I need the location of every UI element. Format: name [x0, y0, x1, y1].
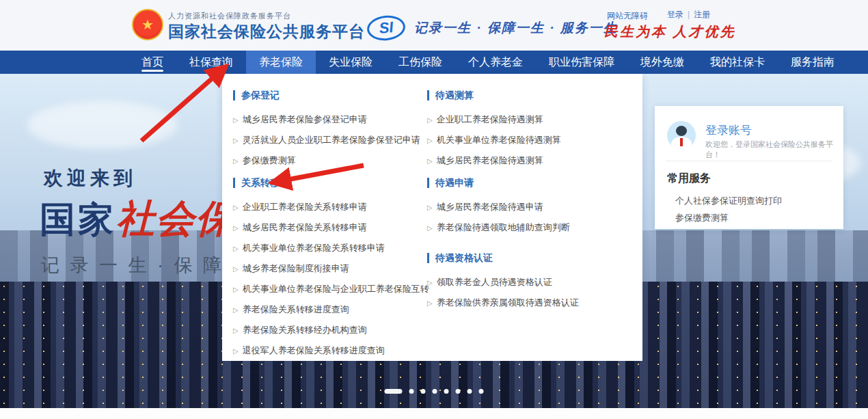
link-label: 退役军人养老保险关系转移进度查询 [243, 344, 385, 357]
user-avatar-icon [667, 121, 696, 150]
triangle-bullet-icon: ▷ [427, 204, 433, 211]
triangle-bullet-icon: ▷ [233, 265, 239, 273]
dropdown-link[interactable]: ▷参保缴费测算 [233, 150, 426, 171]
dropdown-link[interactable]: ▷城乡居民养老保险待遇申请 [427, 197, 632, 217]
dropdown-link[interactable]: ▷企业职工养老保险关系转移申请 [233, 197, 426, 217]
section-title: 待遇申请 [427, 178, 632, 188]
link-label: 养老保险待遇领取地辅助查询判断 [437, 221, 570, 234]
dropdown-link[interactable]: ▷城乡养老保险制度衔接申请 [233, 258, 426, 279]
page: ★ 人力资源和社会保障政务服务平台 国家社会保险公共服务平台 SI 记录一生 ·… [0, 0, 868, 419]
triangle-bullet-icon: ▷ [427, 224, 433, 232]
dropdown-link[interactable]: ▷城乡居民养老保险参保登记申请 [233, 109, 426, 130]
dropdown-link[interactable]: ▷城乡居民养老保险待遇测算 [427, 150, 632, 171]
triangle-bullet-icon: ▷ [427, 157, 433, 165]
dropdown-link[interactable]: ▷养老保险供养亲属领取待遇资格认证 [427, 293, 632, 313]
nav-item-fuwu-zhinan[interactable]: 服务指南 [778, 51, 847, 74]
triangle-bullet-icon: ▷ [233, 137, 239, 144]
dropdown-link[interactable]: ▷机关事业单位养老保险与企业职工养老保险互转 [233, 279, 426, 299]
nav-item-gongshang-baoxian[interactable]: 工伤保险 [385, 51, 455, 74]
carousel-indicators [385, 389, 484, 394]
carousel-dot[interactable] [479, 389, 484, 394]
section-title: 待遇测算 [427, 90, 632, 100]
link-label: 灵活就业人员企业职工养老保险参保登记申请 [243, 134, 420, 146]
carousel-dot[interactable] [421, 389, 426, 394]
si-logo-text: SI [378, 18, 394, 38]
carousel-dot[interactable] [433, 389, 437, 394]
dropdown-link[interactable]: ▷养老保险关系转移经办机构查询 [233, 320, 426, 340]
accessibility-link[interactable]: 网站无障碍 [607, 10, 648, 22]
login-account-link[interactable]: 登录账号 [705, 122, 752, 138]
dropdown-link[interactable]: ▷城乡居民养老保险关系转移申请 [233, 217, 426, 238]
nav-item-zhiye-shanghai[interactable]: 职业伤害保障 [536, 51, 627, 74]
si-logo-icon: SI [366, 14, 406, 42]
dropdown-column-right: 待遇测算 ▷企业职工养老保险待遇测算 ▷机关事业单位养老保险待遇测算 ▷城乡居民… [427, 74, 632, 361]
carousel-dot[interactable] [456, 389, 461, 394]
service-link-jiaofei-cesuan[interactable]: 参保缴费测算 [675, 212, 729, 224]
dropdown-column-left: 参保登记 ▷城乡居民养老保险参保登记申请 ▷灵活就业人员企业职工养老保险参保登记… [233, 74, 426, 361]
main-nav: 首页 社保查询 养老保险 失业保险 工伤保险 个人养老金 职业伤害保障 境外免缴… [0, 51, 868, 74]
slogan: 记录一生 · 保障一生 · 服务一生 [414, 19, 618, 37]
triangle-bullet-icon: ▷ [233, 286, 239, 293]
link-label: 企业职工养老保险待遇测算 [437, 113, 543, 126]
link-label: 城乡居民养老保险关系转移申请 [243, 221, 367, 234]
dropdown-link[interactable]: ▷养老保险待遇领取地辅助查询判断 [427, 217, 632, 238]
dropdown-link[interactable]: ▷灵活就业人员企业职工养老保险参保登记申请 [233, 130, 426, 150]
section-links: ▷城乡居民养老保险参保登记申请 ▷灵活就业人员企业职工养老保险参保登记申请 ▷参… [233, 109, 426, 171]
section-links: ▷企业职工养老保险关系转移申请 ▷城乡居民养老保险关系转移申请 ▷机关事业单位养… [233, 197, 426, 361]
dropdown-link[interactable]: ▷养老保险关系转移进度查询 [233, 299, 426, 320]
section-title: 参保登记 [233, 90, 426, 100]
triangle-bullet-icon: ▷ [233, 204, 239, 211]
triangle-bullet-icon: ▷ [233, 347, 239, 355]
link-label: 机关事业单位养老保险与企业职工养老保险互转 [243, 283, 429, 295]
section-daiyu-shenqing: 待遇申请 ▷城乡居民养老保险待遇申请 ▷养老保险待遇领取地辅助查询判断 [427, 178, 632, 238]
link-label: 养老保险供养亲属领取待遇资格认证 [437, 297, 579, 309]
panel-divider [666, 161, 832, 161]
carousel-dot[interactable] [444, 389, 449, 394]
link-label: 城乡居民养老保险参保登记申请 [243, 113, 367, 126]
section-title: 关系转移 [233, 178, 426, 188]
link-label: 养老保险关系转移进度查询 [243, 303, 349, 316]
dropdown-link[interactable]: ▷企业职工养老保险待遇测算 [427, 109, 632, 130]
triangle-bullet-icon: ▷ [233, 157, 239, 165]
dropdown-link[interactable]: ▷领取养老金人员待遇资格认证 [427, 272, 632, 293]
link-label: 城乡居民养老保险待遇申请 [437, 201, 543, 213]
section-links: ▷领取养老金人员待遇资格认证 ▷养老保险供养亲属领取待遇资格认证 [427, 272, 632, 313]
section-guanxi-zhuanyi: 关系转移 ▷企业职工养老保险关系转移申请 ▷城乡居民养老保险关系转移申请 ▷机关… [233, 178, 426, 361]
hero-title-part1: 国家 [40, 200, 116, 239]
triangle-bullet-icon: ▷ [427, 116, 433, 124]
link-label: 机关事业单位养老保险待遇测算 [437, 134, 561, 146]
carousel-dot[interactable] [467, 389, 472, 394]
dropdown-link[interactable]: ▷退役军人养老保险关系转移进度查询 [233, 340, 426, 361]
link-label: 参保缴费测算 [243, 154, 296, 167]
link-label: 养老保险关系转移经办机构查询 [243, 324, 367, 336]
register-link[interactable]: 注册 [694, 10, 710, 19]
hero-title-part2: 社会保 [116, 197, 235, 240]
nav-item-yanglao-baoxian[interactable]: 养老保险 [246, 51, 316, 74]
section-links: ▷企业职工养老保险待遇测算 ▷机关事业单位养老保险待遇测算 ▷城乡居民养老保险待… [427, 109, 632, 171]
triangle-bullet-icon: ▷ [233, 245, 239, 252]
nav-item-home[interactable]: 首页 [128, 51, 176, 74]
avatar-head [676, 126, 687, 136]
hero-welcome-text: 欢迎来到 [44, 165, 137, 191]
section-canbao-dengji: 参保登记 ▷城乡居民养老保险参保登记申请 ▷灵活就业人员企业职工养老保险参保登记… [233, 90, 426, 171]
carousel-dot[interactable] [409, 389, 414, 394]
service-link-canbao-zhengming[interactable]: 个人社保参保证明查询打印 [675, 195, 782, 207]
motto: 民生为本 人才优先 [604, 23, 736, 41]
dropdown-link[interactable]: ▷机关事业单位养老保险关系转移申请 [233, 238, 426, 258]
triangle-bullet-icon: ▷ [233, 224, 239, 232]
ministry-line: 人力资源和社会保障政务服务平台 [168, 11, 291, 21]
link-label: 企业职工养老保险关系转移申请 [243, 201, 367, 213]
nav-item-shebao-chaxun[interactable]: 社保查询 [176, 51, 246, 74]
login-link[interactable]: 登录 [667, 10, 683, 19]
carousel-dot-active[interactable] [385, 389, 403, 394]
link-label: 领取养老金人员待遇资格认证 [437, 276, 552, 288]
nav-item-jingwai-mianjiao[interactable]: 境外免缴 [627, 51, 697, 74]
triangle-bullet-icon: ▷ [233, 116, 239, 124]
dropdown-link[interactable]: ▷机关事业单位养老保险待遇测算 [427, 130, 632, 150]
nav-item-geren-yanglaojin[interactable]: 个人养老金 [455, 51, 536, 74]
section-links: ▷城乡居民养老保险待遇申请 ▷养老保险待遇领取地辅助查询判断 [427, 197, 632, 238]
section-daiyu-cesuan: 待遇测算 ▷企业职工养老保险待遇测算 ▷机关事业单位养老保险待遇测算 ▷城乡居民… [427, 90, 632, 171]
auth-divider: | [688, 10, 690, 19]
nav-item-wode-shebaoka[interactable]: 我的社保卡 [697, 51, 778, 74]
nav-item-shiye-baoxian[interactable]: 失业保险 [316, 51, 385, 74]
